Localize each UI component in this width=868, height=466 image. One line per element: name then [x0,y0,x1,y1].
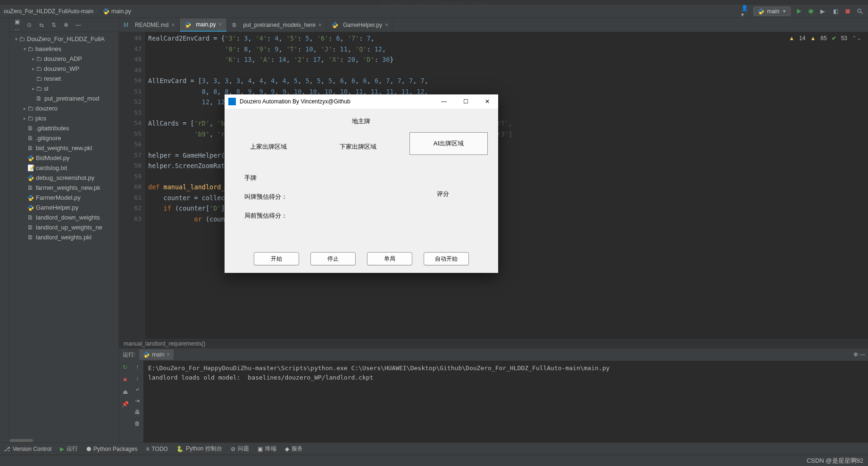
close-icon[interactable]: × [218,21,222,28]
project-tool-window: ▣ … ⊙ ⇆ ⇅ ✻ — ▾🗀DouZero_For_HLDDZ_FullA▾… [9,18,119,442]
stop-icon[interactable]: ■ [121,376,129,383]
close-icon[interactable]: × [385,22,388,28]
lower-play-zone-label: 下家出牌区域 [340,143,376,151]
exit-icon[interactable]: ⏏ [121,388,129,396]
print-icon[interactable]: 🖶 [134,409,140,415]
status-bar [0,455,868,466]
tree-item[interactable]: GameHelper.py [9,203,118,212]
breadcrumb-file[interactable]: main.py [111,8,131,15]
expand-all-icon[interactable]: ⇆ [38,22,45,28]
minimize-button[interactable]: ― [433,94,455,109]
tree-item[interactable]: ▸🗀douzero [9,103,118,113]
inspection-widget[interactable]: ▲14 ▲65 ✔53 ⌃⌄ [789,35,861,42]
project-tree[interactable]: ▾🗀DouZero_For_HLDDZ_FullA▾🗀baselines▸🗀do… [9,32,118,439]
up-icon[interactable]: ↑ [136,364,139,370]
tool-python-packages[interactable]: ⬢Python Packages [86,446,137,452]
start-button[interactable]: 开始 [254,252,299,265]
console-icon: 🐍 [176,446,184,452]
project-view-icon[interactable]: ▣ … [13,18,21,32]
services-icon: ◆ [285,446,289,452]
select-opened-file-icon[interactable]: ⊙ [25,22,33,28]
tree-item[interactable]: BidModel.py [9,153,118,163]
tree-item[interactable]: ▾🗀DouZero_For_HLDDZ_FullA [9,34,118,44]
branch-icon: ⎇ [4,446,10,452]
tool-services[interactable]: ◆服务 [285,445,303,453]
user-icon[interactable]: 👤▾ [741,7,750,16]
clear-icon[interactable]: 🗑 [134,420,140,427]
run-icon[interactable] [794,7,803,16]
tool-version-control[interactable]: ⎇Version Control [4,446,51,452]
console-output[interactable]: E:\DouZero_For_HappyDouDiZhu-master\Scri… [143,361,868,442]
hide-icon[interactable]: — [75,22,82,28]
editor-breadcrumbs[interactable]: manual_landlord_requirements() [119,339,868,348]
editor-tab[interactable]: 🗎put_pretrained_models_here× [227,18,326,32]
breadcrumb-separator: 〉 [95,7,101,15]
tree-item[interactable]: 📝cardslog.txt [9,163,118,173]
run-tab[interactable]: main × [139,349,174,360]
pregame-score-label: 局前预估得分： [244,212,287,220]
horizontal-scrollbar[interactable] [9,439,118,442]
menubar: DouZero_For_HLDDZ_FullAuto-main – main.p… [0,0,868,5]
down-icon[interactable]: ↓ [136,375,139,381]
tree-item[interactable]: 🗎landlord_up_weights_ne [9,222,118,232]
tree-item[interactable]: ▸🗀douzero_WP [9,64,118,74]
close-icon[interactable]: × [318,22,322,28]
rerun-icon[interactable]: ↻ [121,364,129,371]
typo-icon: ✔ [832,35,836,42]
single-round-button[interactable]: 单局 [367,252,412,265]
tool-window-settings-icon[interactable]: ✻ — [853,351,865,358]
svg-point-0 [105,9,105,9]
settings-icon[interactable]: ✻ [62,22,70,28]
tree-item[interactable]: ▾🗀baselines [9,44,118,54]
close-icon[interactable]: × [167,351,170,358]
editor-tab[interactable]: GameHelper.py× [327,18,393,32]
navigation-bar: ouZero_For_HLDDZ_FullAuto-main 〉 main.py… [0,5,868,18]
tree-item[interactable]: 🗎bid_weights_new.pkl [9,143,118,153]
breadcrumb[interactable]: ouZero_For_HLDDZ_FullAuto-main 〉 main.py [4,7,131,15]
pin-icon[interactable]: 📌 [121,400,129,408]
tree-item[interactable]: 🗎.gitignore [9,133,118,143]
close-icon[interactable]: × [171,22,175,28]
scroll-to-end-icon[interactable]: ⇥ [135,398,140,404]
tree-item[interactable]: FarmerModel.py [9,193,118,203]
tree-item[interactable]: ▸🗀sl [9,84,118,93]
tree-item[interactable]: 🗎put_pretrained_mod [9,93,118,103]
tool-problems[interactable]: ⊘问题 [231,445,249,453]
ai-play-zone-label: AI出牌区域 [434,139,464,148]
close-button[interactable]: ✕ [476,94,498,109]
maximize-button[interactable]: ☐ [455,94,476,109]
tree-item[interactable]: 🗀resnet [9,74,118,84]
breadcrumb-root[interactable]: ouZero_For_HLDDZ_FullAuto-main [4,8,93,15]
rating-label: 评分 [437,190,449,198]
tool-label: TODO [151,446,167,452]
collapse-all-icon[interactable]: ⇅ [50,22,58,28]
debug-icon[interactable] [807,7,815,16]
auto-start-button[interactable]: 自动开始 [424,252,469,265]
tool-todo[interactable]: ≡TODO [146,446,167,452]
tool-run[interactable]: ▶运行 [60,445,78,453]
tool-label: 终端 [265,445,276,453]
stop-icon[interactable] [843,7,852,16]
dialog-title-bar[interactable]: Douzero Automation By Vincentzyx@Github … [225,94,498,109]
tool-python-console[interactable]: 🐍Python 控制台 [176,445,222,453]
tree-item[interactable]: 🗎landlord_weights.pkl [9,232,118,242]
tree-item[interactable]: ▸🗀douzero_ADP [9,54,118,64]
soft-wrap-icon[interactable]: ⤶ [135,386,140,393]
profile-icon[interactable]: ◧ [831,7,840,16]
tree-item[interactable]: 🗎farmer_weights_new.pk [9,183,118,193]
search-everywhere-icon[interactable] [856,7,864,16]
tree-item[interactable]: debug_screenshot.py [9,173,118,183]
tool-terminal[interactable]: ▣终端 [258,445,276,453]
tool-label: 服务 [292,445,303,453]
coverage-icon[interactable]: ▶· [819,7,827,16]
tree-item[interactable]: ▸🗀pics [9,113,118,123]
tree-item[interactable]: 🗎landlord_down_weights [9,212,118,222]
tree-item[interactable]: 🗎.gitattributes [9,123,118,133]
editor-gutter[interactable]: 464748495051525354555657585960616263 [119,32,145,339]
editor-tab[interactable]: MREADME.md× [119,18,180,32]
editor-tab[interactable]: main.py× [180,18,227,32]
run-configuration-selector[interactable]: main ▼ [753,7,791,16]
stop-button[interactable]: 停止 [310,252,356,265]
call-score-label: 叫牌预估得分： [244,193,287,201]
douzero-automation-dialog: Douzero Automation By Vincentzyx@Github … [225,94,498,273]
